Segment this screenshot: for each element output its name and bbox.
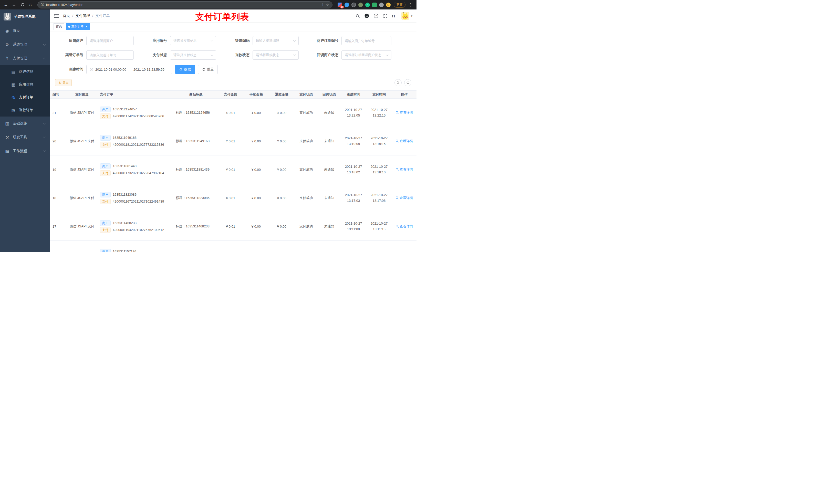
github-icon[interactable] [364,13,370,19]
refund-status-select[interactable]: 请选择退款状态 [253,50,299,60]
site-info-icon[interactable]: ⓘ [41,3,44,7]
cell-actions: 查看详情 [392,212,416,241]
product-title: 1635312124656 [186,111,210,115]
cell-notify: 未通知 [318,127,341,155]
callback-status-select[interactable]: 请选择订单回调商户状态 [341,50,391,60]
cell-pay-time: 2021-10-2713:11:15 [366,212,392,241]
extension-icon[interactable] [352,3,356,7]
search-button[interactable]: 搜索 [175,65,195,74]
tag-pay-order[interactable]: 支付订单 × [66,23,90,30]
date-end[interactable]: 2021-10-31 23:59:59 [134,68,164,71]
channel-code-select[interactable]: 请输入渠道编码 [253,36,299,45]
cell-refund: ¥ 0.00 [269,127,294,155]
cell-title: 标题：1635311881439 [174,155,218,184]
browser-reload-icon[interactable] [19,2,26,8]
sidebar-item-merchant-info[interactable]: ▤ 商户信息 [0,65,50,78]
col-header-create-time: 创建时间 [341,91,366,99]
browser-menu-icon[interactable]: ⋮ [407,3,414,7]
create-time-range-picker[interactable]: 2021-10-01 00:00:00 - 2021-10-31 23:59:5… [86,65,172,74]
browser-home-icon[interactable]: ⌂ [27,2,34,8]
pay-order-no: 4200001174202110278060590766 [113,114,164,118]
reset-button[interactable]: 重置 [198,65,218,74]
sidebar-item-pay-order[interactable]: ◎ 支付订单 [0,91,50,104]
sidebar-item-infrastructure[interactable]: ▥ 基础设施 [0,117,50,130]
merchant-tag: 商户 [100,135,111,141]
chevron-down-icon [211,39,213,42]
cell-title: 标题： [174,241,218,252]
cell-id: 20 [50,127,67,155]
font-size-icon[interactable]: tT [392,14,396,18]
grid-icon: ▦ [11,82,16,87]
chevron-down-icon [43,149,46,152]
extension-icon[interactable]: ✓ [365,3,370,7]
browser-chrome: ← → ⌂ ⓘ localhost:1024/pay/order ⇧ ☆ 10 … [0,0,416,9]
extensions-puzzle-icon[interactable] [379,3,384,7]
cell-actions: 查看详情 [392,99,416,127]
search-icon[interactable] [355,13,360,19]
breadcrumb-payment[interactable]: 支付管理 [76,14,90,18]
chevron-down-icon [43,122,46,124]
browser-forward-icon[interactable]: → [11,2,18,8]
help-icon[interactable]: ? [374,13,379,19]
merchant-filter-input[interactable] [86,36,134,45]
tag-close-icon[interactable]: × [86,25,88,28]
merchant-order-no-input[interactable] [341,36,391,45]
date-start[interactable]: 2021-10-01 00:00:00 [95,68,126,71]
hamburger-icon[interactable] [54,14,59,18]
view-detail-link[interactable]: 查看详情 [396,196,413,200]
fullscreen-icon[interactable] [383,13,388,19]
cell-channel: 微信 JSAPI 支付 [67,241,97,252]
browser-back-icon[interactable]: ← [3,2,9,8]
card-icon: ▤ [11,69,16,74]
view-detail-link[interactable]: 查看详情 [396,224,413,229]
browser-update-button[interactable]: 更新 [394,2,405,8]
extension-icon[interactable]: 10 [338,3,342,7]
extension-icon[interactable] [358,3,363,7]
refresh-table-button[interactable] [404,79,411,86]
table-row: 19 微信 JSAPI 支付 商户 1635311881440 支付 42000… [50,155,416,184]
chevron-up-icon [43,57,46,60]
cell-actions: 查看详情 [392,184,416,212]
merchant-order-no: 1635312124657 [113,107,137,111]
view-detail-link[interactable]: 查看详情 [396,139,413,143]
view-detail-link[interactable]: 查看详情 [396,111,413,115]
pay-status-select[interactable]: 请选择支付状态 [170,50,216,60]
cell-channel: 微信 JSAPI 支付 [67,155,97,184]
active-tag-dot [68,26,70,28]
user-avatar[interactable]: ▾ [401,12,412,20]
page-content: 所属商户 应用编号 请选择应用信息 渠道编码 请 [50,31,416,252]
breadcrumb-home[interactable]: 首页 [63,14,70,18]
view-detail-link[interactable]: 查看详情 [396,167,413,172]
sidebar-item-refund-order[interactable]: ▧ 退款订单 [0,104,50,117]
app-title: 芋道管理系统 [14,14,35,19]
svg-text:?: ? [375,15,377,18]
address-bar[interactable]: ⓘ localhost:1024/pay/order ⇧ ☆ [38,1,332,8]
sidebar-item-payment[interactable]: ¥ 支付管理 [0,51,50,65]
cell-title: 标题：1635311823086 [174,184,218,212]
merchant-tag: 商户 [100,220,111,226]
toggle-search-button[interactable] [395,79,402,86]
cell-status: 支付成功 [294,212,318,241]
sidebar-item-system[interactable]: ⚙ 系统管理 [0,38,50,51]
product-title: 1635311468233 [186,224,210,228]
download-icon [58,81,61,84]
refresh-icon [202,68,206,71]
profile-avatar-icon[interactable]: ☺ [386,3,390,7]
bookmark-star-icon[interactable]: ☆ [326,3,329,7]
sidebar-item-dev-tools[interactable]: ⚒ 研发工具 [0,130,50,144]
sidebar-item-home[interactable]: ◉ 首页 [0,24,50,38]
url-text[interactable]: localhost:1024/pay/order [46,3,319,7]
clock-icon [90,68,93,71]
sidebar-item-app-info[interactable]: ▦ 应用信息 [0,78,50,91]
tag-home[interactable]: 首页 [53,23,64,30]
share-icon[interactable]: ⇧ [321,3,324,7]
navbar: 首页 / 支付管理 / 支付订单 支付订单列表 ? [50,9,416,22]
app-no-select[interactable]: 请选择应用信息 [170,36,216,45]
sidebar-logo[interactable]: 芋道管理系统 [0,9,50,24]
search-icon [397,81,400,84]
extension-icon[interactable] [344,3,349,7]
channel-order-no-input[interactable] [86,50,134,60]
extension-icon[interactable] [372,3,377,7]
export-button[interactable]: 导出 [55,79,72,86]
sidebar-item-workflow[interactable]: ▩ 工作流程 [0,144,50,158]
